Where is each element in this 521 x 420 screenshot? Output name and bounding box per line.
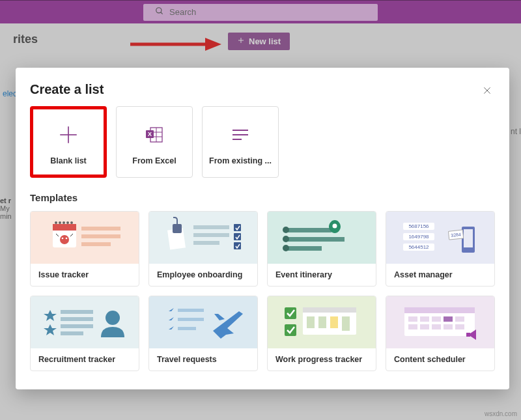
from-existing-option[interactable]: From existing ... xyxy=(202,106,279,178)
svg-point-28 xyxy=(66,238,68,240)
svg-rect-36 xyxy=(193,225,229,229)
svg-point-22 xyxy=(59,221,61,224)
svg-rect-44 xyxy=(286,237,345,242)
svg-rect-66 xyxy=(178,309,204,312)
template-thumb xyxy=(31,296,139,348)
svg-marker-60 xyxy=(44,324,57,335)
template-label: Employee onboarding xyxy=(149,264,257,286)
svg-text:X: X xyxy=(148,131,152,137)
svg-line-1 xyxy=(161,12,163,14)
svg-point-43 xyxy=(283,227,289,233)
search-placeholder: Search xyxy=(169,7,196,17)
svg-point-45 xyxy=(283,236,289,242)
svg-rect-90 xyxy=(466,333,470,337)
template-thumb xyxy=(386,296,494,348)
svg-rect-46 xyxy=(286,246,322,251)
search-input[interactable]: Search xyxy=(143,4,378,21)
svg-rect-79 xyxy=(408,316,417,322)
template-label: Asset manager xyxy=(386,264,494,286)
close-icon xyxy=(483,86,492,97)
svg-rect-72 xyxy=(303,307,356,313)
option-label: From Excel xyxy=(132,156,176,165)
template-thumb xyxy=(149,296,257,348)
svg-rect-81 xyxy=(432,316,441,322)
templates-heading: Templates xyxy=(30,192,495,203)
svg-rect-73 xyxy=(307,316,315,328)
svg-point-65 xyxy=(106,311,120,325)
svg-rect-33 xyxy=(81,242,111,246)
template-employee-onboarding[interactable]: Employee onboarding xyxy=(148,211,258,287)
template-content-scheduler[interactable]: Content scheduler xyxy=(386,296,495,371)
svg-point-23 xyxy=(63,221,65,224)
svg-rect-83 xyxy=(455,316,464,322)
svg-point-21 xyxy=(55,221,57,224)
svg-rect-56 xyxy=(464,229,473,247)
template-event-itinerary[interactable]: Event itinerary xyxy=(267,211,376,287)
svg-rect-89 xyxy=(444,316,453,322)
modal-title: Create a list xyxy=(30,82,495,97)
svg-rect-88 xyxy=(455,324,464,329)
svg-rect-62 xyxy=(61,317,93,321)
template-thumb xyxy=(31,212,139,264)
svg-rect-20 xyxy=(53,224,76,231)
svg-point-0 xyxy=(156,8,162,13)
svg-text:1649798: 1649798 xyxy=(408,234,429,240)
template-recruitment-tracker[interactable]: Recruitment tracker xyxy=(30,296,139,371)
template-grid: Issue tracker Employee onboarding Event … xyxy=(30,211,495,371)
template-label: Content scheduler xyxy=(386,348,494,371)
svg-rect-42 xyxy=(286,228,331,232)
template-label: Event itinerary xyxy=(268,264,376,286)
template-thumb xyxy=(268,296,376,348)
svg-rect-75 xyxy=(330,316,338,328)
svg-rect-64 xyxy=(61,331,83,335)
list-icon xyxy=(231,119,249,151)
svg-rect-78 xyxy=(404,307,475,313)
svg-rect-76 xyxy=(342,316,350,331)
svg-point-47 xyxy=(283,245,289,251)
template-label: Issue tracker xyxy=(31,264,139,286)
svg-point-26 xyxy=(60,235,69,244)
template-work-progress-tracker[interactable]: Work progress tracker xyxy=(267,296,376,371)
svg-rect-61 xyxy=(61,310,93,314)
watermark: wsxdn.com xyxy=(485,410,517,417)
template-asset-manager[interactable]: 5687156164979856445123284 Asset manager xyxy=(386,211,495,287)
svg-rect-68 xyxy=(178,327,196,330)
svg-point-27 xyxy=(62,238,64,240)
svg-rect-38 xyxy=(193,241,219,245)
svg-rect-37 xyxy=(193,233,229,237)
svg-marker-59 xyxy=(44,310,57,321)
svg-rect-67 xyxy=(178,318,204,321)
svg-rect-63 xyxy=(61,324,93,328)
svg-rect-80 xyxy=(420,316,429,322)
svg-rect-86 xyxy=(432,324,441,329)
template-thumb xyxy=(149,212,257,264)
close-button[interactable] xyxy=(479,83,495,99)
svg-rect-31 xyxy=(81,227,120,231)
template-label: Recruitment tracker xyxy=(31,348,139,371)
template-travel-requests[interactable]: Travel requests xyxy=(148,296,258,371)
svg-rect-70 xyxy=(285,324,296,336)
topbar: Search xyxy=(0,0,521,23)
svg-rect-35 xyxy=(173,224,182,233)
plus-icon xyxy=(57,119,79,151)
create-list-modal: Create a list Blank list X From Excel Fr… xyxy=(16,68,509,389)
excel-icon: X xyxy=(145,119,164,151)
svg-rect-74 xyxy=(318,316,326,328)
svg-text:5644512: 5644512 xyxy=(408,244,429,250)
option-label: Blank list xyxy=(50,156,87,165)
svg-point-24 xyxy=(66,221,69,224)
svg-rect-87 xyxy=(444,324,453,329)
template-label: Work progress tracker xyxy=(268,348,376,371)
search-icon xyxy=(155,7,164,18)
template-issue-tracker[interactable]: Issue tracker xyxy=(30,211,139,287)
svg-rect-69 xyxy=(285,307,296,319)
blank-list-option[interactable]: Blank list xyxy=(30,106,107,178)
svg-rect-85 xyxy=(420,324,429,329)
template-thumb: 5687156164979856445123284 xyxy=(386,212,494,264)
svg-point-48 xyxy=(333,224,337,229)
svg-point-25 xyxy=(70,221,73,224)
svg-text:5687156: 5687156 xyxy=(408,223,429,229)
svg-rect-84 xyxy=(408,324,417,329)
option-label: From existing ... xyxy=(209,156,272,165)
from-excel-option[interactable]: X From Excel xyxy=(116,106,193,178)
